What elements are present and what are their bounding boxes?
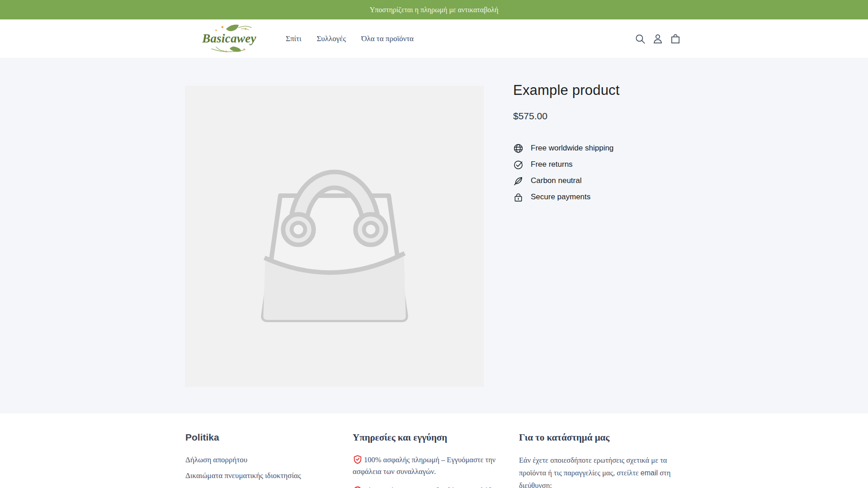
footer-link-copyright[interactable]: Δικαιώματα πνευματικής ιδιοκτησίας: [185, 471, 335, 480]
feature-label: Free returns: [531, 160, 573, 169]
product-info: Example product $575.00 Free worldwide s…: [513, 82, 712, 205]
cart-button[interactable]: [669, 33, 682, 45]
account-button[interactable]: [651, 33, 664, 45]
footer-service-text: 100% ασφαλής πληρωμή – Εγγυόμαστε την ασ…: [353, 455, 495, 476]
footer-policy-title: Politika: [185, 413, 335, 443]
feature-returns: Free returns: [513, 156, 712, 173]
footer-service-secure-payment: 100% ασφαλής πληρωμή – Εγγυόμαστε την ασ…: [353, 454, 510, 478]
announcement-bar: Υποστηρίζεται η πληρωμή με αντικαταβολή: [0, 0, 868, 19]
nav-item-collections[interactable]: Συλλογές: [316, 34, 346, 43]
placeholder-bag-icon: [222, 123, 448, 349]
footer-link-privacy[interactable]: Δήλωση απορρήτου: [185, 455, 335, 465]
footer-service-support: Είμαστε έτοιμοι να σας βοηθήσουμε – λάβε…: [353, 485, 510, 488]
headset-icon: [353, 485, 363, 488]
site-footer: Politika Δήλωση απορρήτου Δικαιώματα πνε…: [0, 413, 868, 488]
search-button[interactable]: [634, 33, 646, 45]
footer-policy-column: Politika Δήλωση απορρήτου Δικαιώματα πνε…: [185, 413, 335, 488]
announcement-text: Υποστηρίζεται η πληρωμή με αντικαταβολή: [370, 6, 499, 14]
footer-about-column: Για το κατάστημά μας Εάν έχετε οποιεσδήπ…: [519, 413, 685, 488]
leaf-icon: [513, 176, 524, 186]
header-inner: Basicawey Σπίτι Συλλογές Όλα τα προϊόντα: [185, 19, 683, 58]
cart-icon: [670, 33, 681, 45]
site-header: Basicawey Σπίτι Συλλογές Όλα τα προϊόντα: [0, 19, 868, 58]
feature-shipping: Free worldwide shipping: [513, 140, 712, 156]
globe-icon: [513, 143, 524, 154]
account-icon: [652, 33, 664, 45]
search-icon: [634, 33, 646, 45]
feature-carbon: Carbon neutral: [513, 173, 712, 189]
footer-service-text: Είμαστε έτοιμοι να σας βοηθήσουμε – λάβε…: [353, 486, 501, 488]
main-nav: Σπίτι Συλλογές Όλα τα προϊόντα: [286, 19, 414, 58]
feature-label: Free worldwide shipping: [531, 144, 613, 153]
logo-wordmark: Basicawey: [200, 23, 259, 54]
product-image-placeholder: [185, 86, 484, 387]
product-title: Example product: [513, 82, 712, 99]
header-icons: [634, 19, 682, 58]
product-price: $575.00: [513, 110, 712, 122]
footer-about-text: Εάν έχετε οποιεσδήποτε ερωτήσεις σχετικά…: [519, 454, 685, 488]
about-email-word: email: [641, 469, 658, 477]
check-circle-icon: [513, 160, 524, 170]
feature-label: Secure payments: [531, 192, 590, 202]
feature-payments: Secure payments: [513, 189, 712, 205]
footer-services-column: Υπηρεσίες και εγγύηση 100% ασφαλής πληρω…: [353, 413, 510, 488]
nav-item-all-products[interactable]: Όλα τα προϊόντα: [361, 34, 414, 43]
nav-item-home[interactable]: Σπίτι: [286, 34, 301, 43]
product-section: Example product $575.00 Free worldwide s…: [0, 58, 868, 413]
feature-label: Carbon neutral: [531, 176, 581, 185]
footer-policy-links: Δήλωση απορρήτου Δικαιώματα πνευματικής …: [185, 455, 335, 488]
footer-services-title: Υπηρεσίες και εγγύηση: [353, 413, 510, 443]
product-features: Free worldwide shipping Free returns Car…: [513, 140, 712, 205]
lock-icon: [513, 192, 524, 202]
shield-check-icon: [353, 455, 363, 465]
footer-about-title: Για το κατάστημά μας: [519, 413, 685, 443]
store-logo[interactable]: Basicawey: [200, 23, 259, 54]
